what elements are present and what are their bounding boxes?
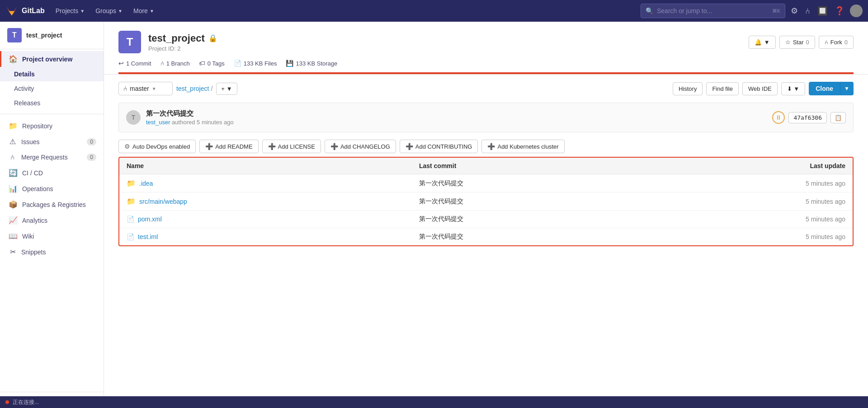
sidebar-project-avatar: T <box>7 28 22 42</box>
project-title-row: T test_project 🔒 Project ID: 2 🔔 ▼ <box>118 31 854 53</box>
plus-icon: + <box>221 85 225 92</box>
file-link[interactable]: src/main/webapp <box>139 198 187 205</box>
add-changelog-button[interactable]: ➕ Add CHANGELOG <box>325 140 396 153</box>
search-icon: 🔍 <box>646 7 653 14</box>
plus-changelog-icon: ➕ <box>330 143 338 150</box>
file-name-cell: 📁 src/main/webapp <box>119 192 412 211</box>
path-add-button[interactable]: + ▼ <box>216 83 237 95</box>
file-link[interactable]: test.iml <box>138 233 158 240</box>
stat-files: 📄 133 KB Files <box>234 60 277 67</box>
table-row: 📁 src/main/webapp 第一次代码提交 5 minutes ago <box>119 192 853 211</box>
clone-button-group: Clone ▼ <box>809 82 854 95</box>
download-chevron: ▼ <box>793 85 799 92</box>
sidebar-project-name: test_project <box>26 32 62 39</box>
files-icon: 📄 <box>234 60 241 67</box>
download-icon: ⬇ <box>787 85 792 92</box>
col-last-commit: Last commit <box>412 158 641 174</box>
add-kubernetes-button[interactable]: ➕ Add Kubernetes cluster <box>481 140 564 153</box>
help-icon[interactable]: ❓ <box>833 4 846 18</box>
fork-icon: ⑃ <box>825 39 828 46</box>
commit-pipeline-icon[interactable]: ⏸ <box>772 111 785 124</box>
merge-request-icon[interactable]: ⑃ <box>803 5 812 18</box>
issues-badge: 0 <box>87 138 96 145</box>
auto-devops-label: Auto DevOps enabled <box>132 143 190 150</box>
topnav-groups-link[interactable]: Groups ▼ <box>92 5 126 16</box>
commit-copy-button[interactable]: 📋 <box>830 112 846 123</box>
history-button[interactable]: History <box>673 82 703 95</box>
sidebar-section-main: 📁 Repository ⚠ Issues 0 ⑃ Merge Requests… <box>0 116 104 262</box>
topnav-logo[interactable]: GitLab <box>5 5 45 17</box>
sidebar-section-overview: 🏠 Project overview Details Activity Rele… <box>0 49 104 112</box>
branch-icon: ⑃ <box>123 85 127 92</box>
search-input[interactable] <box>657 7 769 14</box>
issues-icon[interactable]: 🔲 <box>816 5 829 17</box>
sidebar-item-releases[interactable]: Releases <box>0 96 104 110</box>
file-table-wrapper: Name Last commit Last update 📁 .idea <box>118 157 854 246</box>
sidebar-item-activity[interactable]: Activity <box>0 81 104 96</box>
status-dot <box>5 400 9 404</box>
topnav: GitLab Projects ▼ Groups ▼ More ▼ 🔍 ⌘K ⚙… <box>0 0 868 22</box>
admin-icon[interactable]: ⚙ <box>789 4 800 18</box>
sidebar-item-activity-label: Activity <box>14 85 34 92</box>
last-update-cell: 5 minutes ago <box>641 228 853 246</box>
star-button[interactable]: ☆ Star 0 <box>779 36 815 49</box>
branches-icon: ⑃ <box>160 60 164 67</box>
commit-author-link[interactable]: test_user <box>146 119 170 126</box>
issues-nav-icon: ⚠ <box>9 137 17 146</box>
stat-branches[interactable]: ⑃ 1 Branch <box>160 60 190 67</box>
add-contributing-button[interactable]: ➕ Add CONTRIBUTING <box>400 140 478 153</box>
main-content: T test_project 🔒 Project ID: 2 🔔 ▼ <box>104 22 868 408</box>
sidebar-item-mergerequests-label: Merge Requests <box>21 154 68 161</box>
file-icon: 📄 <box>127 233 134 240</box>
branch-select[interactable]: ⑃ master ▼ <box>118 82 173 95</box>
web-ide-button[interactable]: Web IDE <box>742 82 778 95</box>
sidebar-item-operations[interactable]: 📊 Operations <box>0 181 104 197</box>
add-license-button[interactable]: ➕ Add LICENSE <box>262 140 321 153</box>
sidebar-item-merge-requests[interactable]: ⑃ Merge Requests 0 <box>0 150 104 165</box>
star-icon: ☆ <box>785 39 791 46</box>
file-link[interactable]: pom.xml <box>138 216 162 223</box>
notify-button[interactable]: 🔔 ▼ <box>749 36 776 49</box>
quick-actions: ⚙ Auto DevOps enabled ➕ Add README ➕ Add… <box>118 140 854 153</box>
commit-hash[interactable]: 47af6306 <box>788 112 827 123</box>
plus-license-icon: ➕ <box>268 143 276 150</box>
last-update-cell: 5 minutes ago <box>641 211 853 228</box>
sidebar-item-project-overview[interactable]: 🏠 Project overview <box>0 51 104 67</box>
sidebar-item-snippets[interactable]: ✂ Snippets <box>0 244 104 260</box>
repo-toolbar: ⑃ master ▼ test_project / + ▼ History Fi… <box>104 75 868 103</box>
sidebar-item-snippets-label: Snippets <box>21 249 46 256</box>
sidebar-item-repository[interactable]: 📁 Repository <box>0 118 104 134</box>
sidebar-item-issues-label: Issues <box>21 138 39 145</box>
sidebar-item-packages[interactable]: 📦 Packages & Registries <box>0 197 104 212</box>
user-avatar[interactable] <box>850 5 863 17</box>
stat-storage: 💾 133 KB Storage <box>286 60 337 67</box>
topnav-more-link[interactable]: More ▼ <box>130 5 158 16</box>
sidebar-item-details[interactable]: Details <box>0 67 104 81</box>
operations-icon: 📊 <box>9 184 18 193</box>
sidebar-item-wiki[interactable]: 📖 Wiki <box>0 228 104 244</box>
path-project-name[interactable]: test_project <box>176 85 209 92</box>
topnav-projects-link[interactable]: Projects ▼ <box>52 5 88 16</box>
fork-button[interactable]: ⑃ Fork 0 <box>819 36 854 49</box>
file-link[interactable]: .idea <box>139 180 153 187</box>
find-file-button[interactable]: Find file <box>706 82 739 95</box>
add-readme-button[interactable]: ➕ Add README <box>199 140 258 153</box>
col-name: Name <box>119 158 412 174</box>
commit-msg-cell: 第一次代码提交 <box>412 192 641 211</box>
auto-devops-button[interactable]: ⚙ Auto DevOps enabled <box>118 140 196 153</box>
table-row: 📁 .idea 第一次代码提交 5 minutes ago <box>119 174 853 192</box>
project-big-avatar: T <box>118 31 141 53</box>
clone-button[interactable]: Clone <box>809 82 840 95</box>
bell-icon: 🔔 <box>755 39 762 46</box>
stat-commits-value: 1 Commit <box>126 60 151 67</box>
project-stats: ↩ 1 Commit ⑃ 1 Branch 🏷 0 Tags 📄 133 KB … <box>118 60 854 67</box>
sidebar-item-analytics[interactable]: 📈 Analytics <box>0 212 104 228</box>
sidebar-item-ci-cd[interactable]: 🔄 CI / CD <box>0 165 104 181</box>
clone-dropdown-button[interactable]: ▼ <box>840 82 854 95</box>
sidebar-item-issues[interactable]: ⚠ Issues 0 <box>0 134 104 150</box>
stat-commits[interactable]: ↩ 1 Commit <box>118 60 151 67</box>
cicd-icon: 🔄 <box>9 169 18 177</box>
download-button[interactable]: ⬇ ▼ <box>781 82 806 95</box>
notify-chevron: ▼ <box>764 39 770 46</box>
stat-tags[interactable]: 🏷 0 Tags <box>199 60 225 67</box>
